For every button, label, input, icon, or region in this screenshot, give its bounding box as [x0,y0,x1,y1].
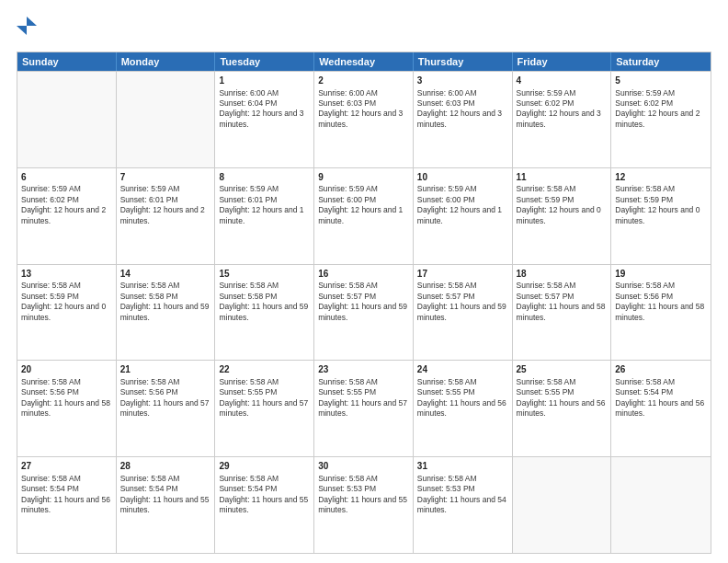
day-number: 23 [318,363,409,376]
cell-sun-info: Sunrise: 5:58 AM Sunset: 5:55 PM Dayligh… [517,377,608,419]
cal-cell: 9Sunrise: 5:59 AM Sunset: 6:00 PM Daylig… [314,168,414,264]
cell-sun-info: Sunrise: 5:58 AM Sunset: 5:54 PM Dayligh… [615,377,707,419]
day-number: 10 [417,171,508,184]
cal-cell: 20Sunrise: 5:58 AM Sunset: 5:56 PM Dayli… [17,361,117,456]
cell-sun-info: Sunrise: 5:58 AM Sunset: 5:56 PM Dayligh… [21,377,112,419]
cell-sun-info: Sunrise: 5:58 AM Sunset: 5:54 PM Dayligh… [21,474,112,516]
header-cell-wednesday: Wednesday [314,52,414,71]
cell-sun-info: Sunrise: 6:00 AM Sunset: 6:03 PM Dayligh… [318,88,409,131]
cell-sun-info: Sunrise: 5:58 AM Sunset: 5:53 PM Dayligh… [417,474,508,516]
cell-sun-info: Sunrise: 5:58 AM Sunset: 5:59 PM Dayligh… [615,184,707,226]
cal-cell: 17Sunrise: 5:58 AM Sunset: 5:57 PM Dayli… [414,265,513,361]
header-cell-thursday: Thursday [414,52,513,71]
cal-cell: 29Sunrise: 5:58 AM Sunset: 5:54 PM Dayli… [215,457,314,553]
header-cell-saturday: Saturday [611,52,711,71]
cell-sun-info: Sunrise: 5:58 AM Sunset: 5:53 PM Dayligh… [318,474,409,516]
cal-cell: 15Sunrise: 5:58 AM Sunset: 5:58 PM Dayli… [215,265,314,361]
cell-sun-info: Sunrise: 5:58 AM Sunset: 5:59 PM Dayligh… [21,281,112,323]
cal-cell: 23Sunrise: 5:58 AM Sunset: 5:55 PM Dayli… [314,361,414,456]
week-row-2: 13Sunrise: 5:58 AM Sunset: 5:59 PM Dayli… [17,264,711,361]
cell-sun-info: Sunrise: 5:58 AM Sunset: 5:55 PM Dayligh… [318,377,409,419]
cell-sun-info: Sunrise: 5:59 AM Sunset: 6:01 PM Dayligh… [219,184,310,226]
logo-icon [17,17,37,44]
cal-cell: 5Sunrise: 5:59 AM Sunset: 6:02 PM Daylig… [611,72,711,167]
page: SundayMondayTuesdayWednesdayThursdayFrid… [0,0,728,563]
day-number: 15 [219,268,310,281]
cell-sun-info: Sunrise: 6:00 AM Sunset: 6:04 PM Dayligh… [219,88,310,131]
week-row-1: 6Sunrise: 5:59 AM Sunset: 6:02 PM Daylig… [17,167,711,264]
cell-sun-info: Sunrise: 5:58 AM Sunset: 5:56 PM Dayligh… [120,377,211,419]
day-number: 9 [318,171,409,184]
cal-cell: 4Sunrise: 5:59 AM Sunset: 6:02 PM Daylig… [513,72,612,167]
cal-cell [611,457,711,553]
cal-cell: 22Sunrise: 5:58 AM Sunset: 5:55 PM Dayli… [215,361,314,456]
day-number: 19 [615,268,707,281]
svg-marker-1 [17,26,27,35]
day-number: 1 [219,75,310,87]
day-number: 22 [219,363,310,376]
day-number: 21 [120,363,211,376]
cell-sun-info: Sunrise: 5:58 AM Sunset: 5:55 PM Dayligh… [417,377,508,419]
day-number: 27 [21,460,112,473]
day-number: 13 [21,268,112,281]
cal-cell: 2Sunrise: 6:00 AM Sunset: 6:03 PM Daylig… [314,72,414,167]
day-number: 12 [615,171,707,184]
day-number: 25 [517,363,608,376]
day-number: 17 [417,268,508,281]
day-number: 2 [318,75,409,87]
cal-cell: 31Sunrise: 5:58 AM Sunset: 5:53 PM Dayli… [414,457,513,553]
cal-cell: 3Sunrise: 6:00 AM Sunset: 6:03 PM Daylig… [414,72,513,167]
week-row-0: 1Sunrise: 6:00 AM Sunset: 6:04 PM Daylig… [17,71,711,167]
cal-cell: 26Sunrise: 5:58 AM Sunset: 5:54 PM Dayli… [611,361,711,456]
day-number: 31 [417,460,508,473]
cell-sun-info: Sunrise: 5:58 AM Sunset: 5:57 PM Dayligh… [517,281,608,323]
header [17,17,711,44]
cell-sun-info: Sunrise: 5:58 AM Sunset: 5:58 PM Dayligh… [219,281,310,323]
cell-sun-info: Sunrise: 5:59 AM Sunset: 6:02 PM Dayligh… [517,88,608,131]
cell-sun-info: Sunrise: 5:59 AM Sunset: 6:00 PM Dayligh… [417,184,508,226]
cell-sun-info: Sunrise: 5:59 AM Sunset: 6:02 PM Dayligh… [21,184,112,226]
cal-cell: 6Sunrise: 5:59 AM Sunset: 6:02 PM Daylig… [17,168,117,264]
cell-sun-info: Sunrise: 5:59 AM Sunset: 6:02 PM Dayligh… [615,88,707,131]
day-number: 18 [517,268,608,281]
week-row-3: 20Sunrise: 5:58 AM Sunset: 5:56 PM Dayli… [17,360,711,456]
day-number: 5 [615,75,707,87]
day-number: 6 [21,171,112,184]
cal-cell: 27Sunrise: 5:58 AM Sunset: 5:54 PM Dayli… [17,457,117,553]
header-cell-tuesday: Tuesday [215,52,314,71]
day-number: 24 [417,363,508,376]
day-number: 14 [120,268,211,281]
header-cell-friday: Friday [513,52,612,71]
day-number: 11 [517,171,608,184]
cell-sun-info: Sunrise: 5:59 AM Sunset: 6:01 PM Dayligh… [120,184,211,226]
header-cell-sunday: Sunday [17,52,117,71]
cal-cell: 12Sunrise: 5:58 AM Sunset: 5:59 PM Dayli… [611,168,711,264]
cal-cell: 24Sunrise: 5:58 AM Sunset: 5:55 PM Dayli… [414,361,513,456]
week-row-4: 27Sunrise: 5:58 AM Sunset: 5:54 PM Dayli… [17,456,711,553]
cal-cell: 28Sunrise: 5:58 AM Sunset: 5:54 PM Dayli… [117,457,216,553]
cell-sun-info: Sunrise: 6:00 AM Sunset: 6:03 PM Dayligh… [417,88,508,131]
day-number: 16 [318,268,409,281]
svg-marker-0 [27,17,37,26]
cell-sun-info: Sunrise: 5:58 AM Sunset: 5:55 PM Dayligh… [219,377,310,419]
calendar-header-row: SundayMondayTuesdayWednesdayThursdayFrid… [17,52,711,71]
header-cell-monday: Monday [117,52,216,71]
cal-cell: 21Sunrise: 5:58 AM Sunset: 5:56 PM Dayli… [117,361,216,456]
cell-sun-info: Sunrise: 5:58 AM Sunset: 5:59 PM Dayligh… [517,184,608,226]
calendar-body: 1Sunrise: 6:00 AM Sunset: 6:04 PM Daylig… [17,71,711,553]
cell-sun-info: Sunrise: 5:58 AM Sunset: 5:58 PM Dayligh… [120,281,211,323]
cell-sun-info: Sunrise: 5:58 AM Sunset: 5:54 PM Dayligh… [219,474,310,516]
cal-cell [17,72,117,167]
day-number: 29 [219,460,310,473]
cell-sun-info: Sunrise: 5:58 AM Sunset: 5:57 PM Dayligh… [318,281,409,323]
cal-cell: 11Sunrise: 5:58 AM Sunset: 5:59 PM Dayli… [513,168,612,264]
day-number: 8 [219,171,310,184]
cell-sun-info: Sunrise: 5:58 AM Sunset: 5:54 PM Dayligh… [120,474,211,516]
cell-sun-info: Sunrise: 5:58 AM Sunset: 5:57 PM Dayligh… [417,281,508,323]
cal-cell: 10Sunrise: 5:59 AM Sunset: 6:00 PM Dayli… [414,168,513,264]
cal-cell [513,457,612,553]
day-number: 3 [417,75,508,87]
cal-cell: 7Sunrise: 5:59 AM Sunset: 6:01 PM Daylig… [117,168,216,264]
cal-cell: 25Sunrise: 5:58 AM Sunset: 5:55 PM Dayli… [513,361,612,456]
cal-cell: 1Sunrise: 6:00 AM Sunset: 6:04 PM Daylig… [215,72,314,167]
